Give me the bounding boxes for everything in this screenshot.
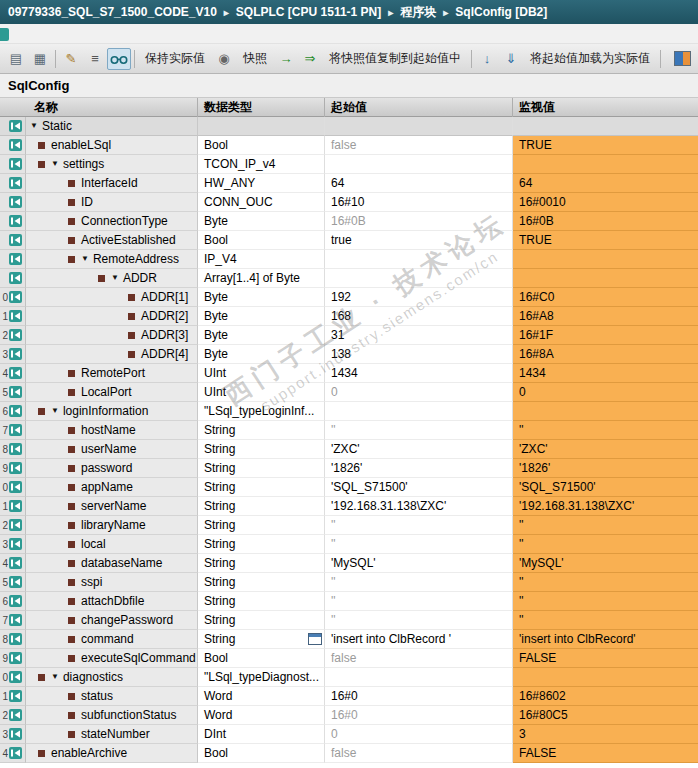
start-value-cell[interactable]: '' xyxy=(325,516,513,535)
variable-name-cell[interactable]: status xyxy=(26,687,198,706)
start-value-cell[interactable] xyxy=(325,402,513,421)
data-type-cell[interactable]: Byte xyxy=(198,212,325,231)
load-start-as-actual-button[interactable]: 将起始值加载为实际值 xyxy=(523,47,657,70)
data-type-cell[interactable]: String xyxy=(198,554,325,573)
variable-name-cell[interactable]: enableLSql xyxy=(26,136,198,155)
column-header-startvalue[interactable]: 起始值 xyxy=(325,98,513,117)
variable-name-cell[interactable]: ▼diagnostics xyxy=(26,668,198,687)
start-value-cell[interactable]: '' xyxy=(325,611,513,630)
copy-snapshot-icon[interactable]: → xyxy=(274,48,298,70)
data-type-cell[interactable]: "LSql_typeDiagnost... xyxy=(198,668,325,687)
variable-name-cell[interactable]: ADDR[4] xyxy=(26,345,198,364)
start-value-cell[interactable]: 64 xyxy=(325,174,513,193)
start-value-cell[interactable]: 16#0B xyxy=(325,212,513,231)
monitor-all-icon[interactable] xyxy=(107,48,131,70)
data-type-cell[interactable]: String xyxy=(198,611,325,630)
start-value-cell[interactable]: 1434 xyxy=(325,364,513,383)
data-type-cell[interactable]: String xyxy=(198,630,325,649)
start-value-cell[interactable] xyxy=(325,250,513,269)
data-type-cell[interactable]: Byte xyxy=(198,345,325,364)
start-value-cell[interactable]: 16#10 xyxy=(325,193,513,212)
detail-view-icon[interactable] xyxy=(670,48,694,70)
insert-row-icon[interactable]: ▤ xyxy=(4,48,28,70)
start-value-cell[interactable] xyxy=(325,269,513,288)
variable-name-cell[interactable]: libraryName xyxy=(26,516,198,535)
start-value-cell[interactable]: 0 xyxy=(325,725,513,744)
expand-triangle-icon[interactable]: ▼ xyxy=(51,673,59,681)
variable-name-cell[interactable]: ActiveEstablished xyxy=(26,231,198,250)
data-type-cell[interactable]: String xyxy=(198,440,325,459)
variable-name-cell[interactable]: ▼loginInformation xyxy=(26,402,198,421)
variable-name-cell[interactable]: subfunctionStatus xyxy=(26,706,198,725)
variable-name-cell[interactable]: ▼RemoteAddress xyxy=(26,250,198,269)
column-header-datatype[interactable]: 数据类型 xyxy=(198,98,325,117)
start-value-cell[interactable]: 'ZXC' xyxy=(325,440,513,459)
variable-name-cell[interactable]: ▼ADDR xyxy=(26,269,198,288)
data-type-cell[interactable]: String xyxy=(198,535,325,554)
column-header-monitorvalue[interactable]: 监视值 xyxy=(513,98,698,117)
variable-name-cell[interactable]: changePassword xyxy=(26,611,198,630)
data-type-cell[interactable]: String xyxy=(198,478,325,497)
data-type-cell[interactable]: String xyxy=(198,459,325,478)
variable-name-cell[interactable]: ADDR[2] xyxy=(26,307,198,326)
breadcrumb-segment[interactable]: SqlConfig [DB2] xyxy=(455,5,547,19)
variable-name-cell[interactable]: ▼Static xyxy=(26,117,198,136)
start-value-cell[interactable]: false xyxy=(325,744,513,763)
variable-name-cell[interactable]: sspi xyxy=(26,573,198,592)
variable-name-cell[interactable]: enableArchive xyxy=(26,744,198,763)
start-value-cell[interactable] xyxy=(325,117,513,136)
variable-name-cell[interactable]: ID xyxy=(26,193,198,212)
data-type-cell[interactable]: DInt xyxy=(198,725,325,744)
reset-start-values-icon[interactable]: ✎ xyxy=(59,48,83,70)
start-value-cell[interactable]: '' xyxy=(325,573,513,592)
variable-name-cell[interactable]: password xyxy=(26,459,198,478)
data-type-cell[interactable]: CONN_OUC xyxy=(198,193,325,212)
column-header-name[interactable]: 名称 xyxy=(0,98,198,117)
variable-name-cell[interactable]: ▼settings xyxy=(26,155,198,174)
variable-name-cell[interactable]: ConnectionType xyxy=(26,212,198,231)
variable-name-cell[interactable]: appName xyxy=(26,478,198,497)
data-type-cell[interactable]: String xyxy=(198,573,325,592)
start-value-cell[interactable]: 16#0 xyxy=(325,687,513,706)
start-value-cell[interactable]: '' xyxy=(325,592,513,611)
start-value-cell[interactable]: 138 xyxy=(325,345,513,364)
start-value-cell[interactable]: 'insert into ClbRecord ' xyxy=(325,630,513,649)
data-type-cell[interactable]: TCON_IP_v4 xyxy=(198,155,325,174)
snapshot-camera-icon[interactable]: ◉ xyxy=(212,48,236,70)
data-type-cell[interactable]: Bool xyxy=(198,744,325,763)
data-type-cell[interactable]: Byte xyxy=(198,288,325,307)
data-type-cell[interactable]: UInt xyxy=(198,383,325,402)
start-value-cell[interactable]: '192.168.31.138\ZXC' xyxy=(325,497,513,516)
breadcrumb-segment[interactable]: 程序块 xyxy=(400,4,436,21)
data-type-cell[interactable]: String xyxy=(198,592,325,611)
start-value-cell[interactable]: 168 xyxy=(325,307,513,326)
breadcrumb-segment[interactable]: SQLPLC [CPU 1511-1 PN] xyxy=(236,5,381,19)
data-type-cell[interactable]: Byte xyxy=(198,307,325,326)
variable-name-cell[interactable]: RemotePort xyxy=(26,364,198,383)
data-type-cell[interactable]: "LSql_typeLoginInf... xyxy=(198,402,325,421)
variable-name-cell[interactable]: LocalPort xyxy=(26,383,198,402)
data-type-cell[interactable]: IP_V4 xyxy=(198,250,325,269)
variable-name-cell[interactable]: ADDR[1] xyxy=(26,288,198,307)
open-value-editor-icon[interactable] xyxy=(308,633,322,645)
load-start-all-icon[interactable]: ⇓ xyxy=(499,48,523,70)
variable-name-cell[interactable]: hostName xyxy=(26,421,198,440)
variable-name-cell[interactable]: userName xyxy=(26,440,198,459)
start-value-cell[interactable]: '' xyxy=(325,535,513,554)
start-value-cell[interactable]: 192 xyxy=(325,288,513,307)
start-value-cell[interactable]: '' xyxy=(325,421,513,440)
data-type-cell[interactable]: Bool xyxy=(198,136,325,155)
data-type-cell[interactable]: Bool xyxy=(198,649,325,668)
expand-members-icon[interactable]: ≡ xyxy=(83,48,107,70)
data-type-cell[interactable]: Word xyxy=(198,687,325,706)
data-type-cell[interactable] xyxy=(198,117,325,136)
load-start-icon[interactable]: ↓ xyxy=(475,48,499,70)
start-value-cell[interactable]: 'MySQL' xyxy=(325,554,513,573)
add-row-icon[interactable]: ▦ xyxy=(28,48,52,70)
data-type-cell[interactable]: String xyxy=(198,421,325,440)
expand-triangle-icon[interactable]: ▼ xyxy=(111,274,119,282)
copy-snapshot-to-start-button[interactable]: 将快照值复制到起始值中 xyxy=(322,47,468,70)
data-type-cell[interactable]: String xyxy=(198,516,325,535)
start-value-cell[interactable] xyxy=(325,668,513,687)
expand-triangle-icon[interactable]: ▼ xyxy=(81,255,89,263)
